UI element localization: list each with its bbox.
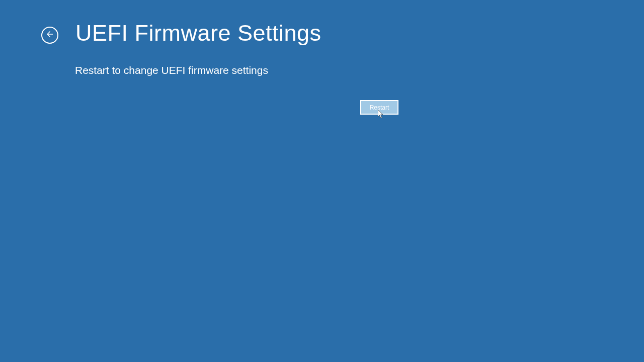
description-text: Restart to change UEFI firmware settings (75, 64, 268, 76)
page-title: UEFI Firmware Settings (75, 20, 321, 46)
back-button[interactable] (41, 27, 58, 44)
page-header: UEFI Firmware Settings (41, 20, 321, 46)
restart-button-label: Restart (370, 104, 389, 111)
restart-button[interactable]: Restart (360, 100, 398, 115)
back-arrow-icon (45, 30, 54, 41)
